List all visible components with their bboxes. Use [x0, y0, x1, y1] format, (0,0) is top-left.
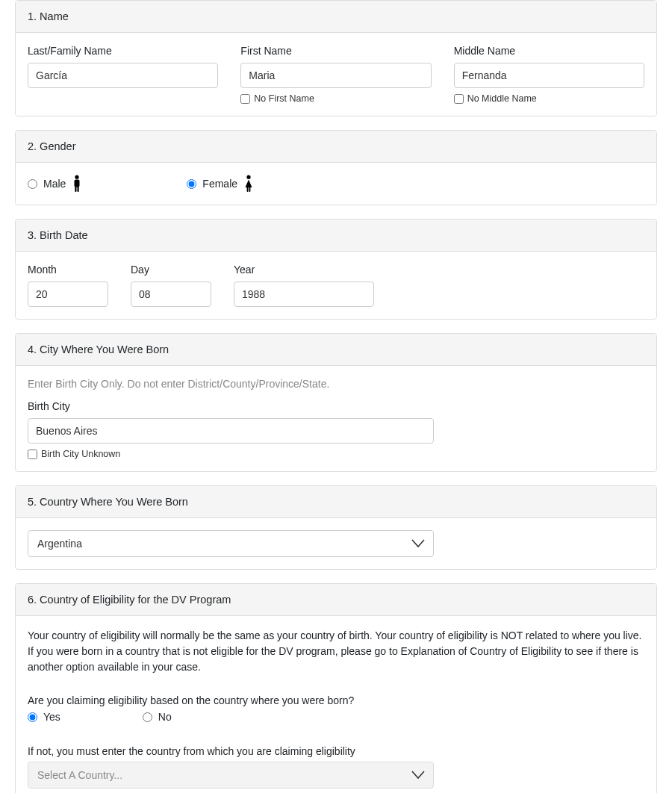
first-name-label: First Name [240, 45, 431, 57]
eligibility-country-select[interactable]: Select A Country... [28, 762, 434, 789]
section-5-header: 5. Country Where You Were Born [16, 486, 656, 518]
section-eligibility: 6. Country of Eligibility for the DV Pro… [15, 583, 657, 793]
birth-day-input[interactable] [131, 282, 211, 307]
section-birth-city: 4. City Where You Were Born Enter Birth … [15, 333, 657, 472]
birth-day-label: Day [131, 264, 211, 276]
birth-city-label: Birth City [28, 400, 434, 412]
section-gender: 2. Gender Male Female [15, 130, 657, 205]
gender-male-label: Male [43, 178, 66, 190]
svg-point-0 [75, 175, 79, 179]
eligibility-description: Your country of eligibility will normall… [28, 628, 644, 675]
svg-rect-1 [75, 180, 80, 187]
birth-city-hint: Enter Birth City Only. Do not enter Dist… [28, 378, 644, 390]
no-middle-name-checkbox[interactable] [454, 94, 464, 104]
section-2-header: 2. Gender [16, 131, 656, 163]
eligibility-no-label: No [158, 711, 172, 723]
eligibility-yes-label: Yes [43, 711, 60, 723]
svg-rect-6 [249, 187, 251, 192]
gender-female-label: Female [202, 178, 237, 190]
birth-city-unknown-label: Birth City Unknown [41, 449, 120, 459]
female-icon [243, 175, 254, 193]
birth-city-unknown-checkbox[interactable] [28, 450, 37, 459]
first-name-input[interactable] [240, 63, 431, 88]
no-first-name-label: No First Name [254, 93, 314, 104]
birth-month-label: Month [28, 264, 108, 276]
eligibility-question-2: If not, you must enter the country from … [28, 745, 644, 757]
section-1-header: 1. Name [16, 1, 656, 33]
svg-rect-5 [247, 187, 249, 192]
birth-year-input[interactable] [234, 282, 374, 307]
birth-city-input[interactable] [28, 418, 434, 444]
svg-rect-2 [75, 186, 77, 192]
last-name-group: Last/Family Name [28, 45, 218, 104]
section-6-header: 6. Country of Eligibility for the DV Pro… [16, 584, 656, 616]
section-4-header: 4. City Where You Were Born [16, 334, 656, 366]
section-name: 1. Name Last/Family Name First Name No F… [15, 0, 657, 116]
svg-rect-3 [78, 186, 79, 192]
eligibility-question-1: Are you claiming eligibility based on th… [28, 694, 644, 706]
middle-name-label: Middle Name [454, 45, 644, 57]
no-middle-name-label: No Middle Name [467, 93, 537, 104]
eligibility-no-radio[interactable] [143, 712, 152, 722]
middle-name-input[interactable] [454, 63, 644, 88]
gender-female-radio[interactable] [187, 179, 196, 189]
section-3-header: 3. Birth Date [16, 220, 656, 252]
first-name-group: First Name No First Name [240, 45, 431, 104]
birth-year-label: Year [234, 264, 374, 276]
section-birth-country: 5. Country Where You Were Born Argentina [15, 485, 657, 570]
last-name-input[interactable] [28, 63, 218, 88]
no-first-name-checkbox[interactable] [240, 94, 250, 104]
middle-name-group: Middle Name No Middle Name [454, 45, 644, 104]
last-name-label: Last/Family Name [28, 45, 218, 57]
section-birth-date: 3. Birth Date Month Day Year [15, 219, 657, 320]
gender-male-radio[interactable] [28, 179, 37, 189]
birth-country-select[interactable]: Argentina [28, 530, 434, 557]
birth-month-input[interactable] [28, 282, 108, 307]
eligibility-yes-radio[interactable] [28, 712, 37, 722]
male-icon [72, 175, 82, 193]
svg-point-4 [246, 175, 250, 179]
